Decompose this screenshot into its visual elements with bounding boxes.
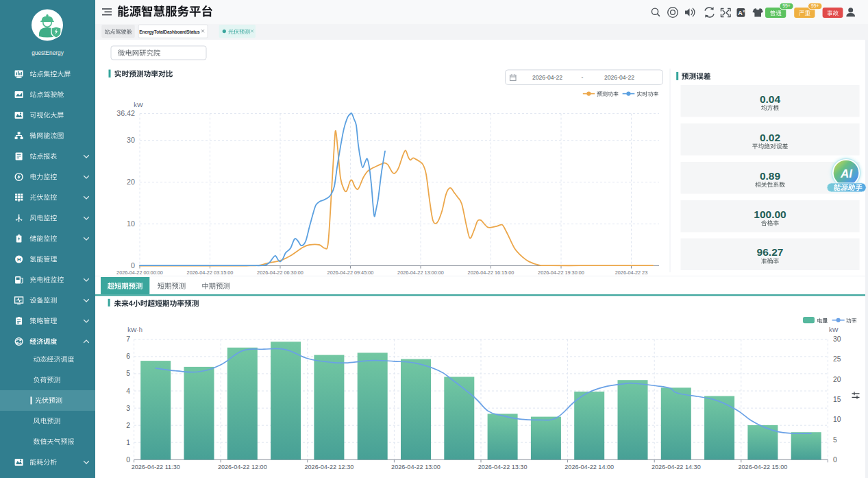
svg-text:0: 0: [833, 456, 837, 464]
svg-text:2026-04-22 13:00: 2026-04-22 13:00: [391, 464, 441, 470]
svg-text:kW: kW: [134, 101, 143, 108]
svg-text:2026-04-22 14:30: 2026-04-22 14:30: [652, 464, 701, 470]
svg-text:25: 25: [833, 355, 841, 363]
svg-text:36.42: 36.42: [116, 109, 135, 117]
svg-text:2026-04-22 23: 2026-04-22 23: [615, 270, 647, 276]
svg-text:2026-04-22 15:00: 2026-04-22 15:00: [738, 464, 787, 470]
svg-text:2026-04-22: 2026-04-22: [532, 74, 562, 81]
svg-text:2026-04-22 11:30: 2026-04-22 11:30: [132, 464, 180, 470]
svg-text:4: 4: [126, 387, 130, 395]
svg-text:H: H: [17, 256, 21, 263]
svg-text:6: 6: [126, 352, 130, 360]
svg-text:2026-04-22 06:30:00: 2026-04-22 06:30:00: [257, 270, 303, 276]
svg-text:5: 5: [833, 436, 837, 444]
svg-text:0: 0: [126, 456, 130, 464]
svg-text:guestEnergy: guestEnergy: [32, 49, 64, 56]
svg-text:0.89: 0.89: [760, 170, 781, 182]
svg-text:2026-04-22 13:00:00: 2026-04-22 13:00:00: [397, 270, 444, 276]
svg-text:0.04: 0.04: [760, 93, 781, 105]
svg-text:kW·h: kW·h: [127, 326, 142, 333]
svg-text:2026-04-22 13:30: 2026-04-22 13:30: [478, 464, 528, 470]
svg-text:2026-04-22 14:00: 2026-04-22 14:00: [565, 464, 614, 470]
svg-text:2026-04-22 00:00:00: 2026-04-22 00:00:00: [116, 270, 163, 276]
svg-text:2026-04-22 09:45:00: 2026-04-22 09:45:00: [327, 270, 374, 276]
svg-text:5: 5: [126, 370, 130, 377]
svg-text:-: -: [582, 74, 584, 81]
svg-text:20: 20: [127, 178, 135, 186]
svg-text:0.02: 0.02: [760, 132, 780, 143]
svg-text:2026-04-22 16:15:00: 2026-04-22 16:15:00: [468, 270, 514, 276]
svg-text:AI: AI: [840, 167, 853, 180]
svg-text:kW: kW: [829, 326, 839, 333]
svg-text:0: 0: [131, 261, 135, 270]
svg-text:30: 30: [127, 136, 135, 144]
svg-text:99+: 99+: [782, 3, 791, 8]
svg-text:99+: 99+: [811, 3, 819, 8]
svg-text:15: 15: [833, 396, 841, 403]
svg-text:EnergyTotalDashboardStatus: EnergyTotalDashboardStatus: [139, 29, 200, 35]
svg-text:2: 2: [126, 422, 130, 429]
svg-text:10: 10: [127, 219, 135, 228]
svg-text:10: 10: [833, 416, 841, 423]
svg-text:x: x: [743, 9, 745, 13]
svg-text:7: 7: [126, 335, 130, 343]
svg-text:3: 3: [126, 405, 130, 412]
svg-text:2026-04-22 12:30: 2026-04-22 12:30: [304, 464, 354, 470]
svg-text:100.00: 100.00: [754, 208, 786, 220]
svg-text:30: 30: [833, 335, 841, 343]
svg-text:96.27: 96.27: [757, 246, 784, 258]
svg-text:1: 1: [126, 439, 130, 446]
svg-text:20: 20: [833, 376, 841, 383]
svg-text:2026-04-22 12:00: 2026-04-22 12:00: [218, 464, 267, 470]
svg-text:2026-04-22 03:15:00: 2026-04-22 03:15:00: [187, 270, 234, 276]
svg-text:2026-04-22: 2026-04-22: [604, 74, 634, 81]
svg-text:2026-04-22 19:30:00: 2026-04-22 19:30:00: [538, 270, 584, 276]
